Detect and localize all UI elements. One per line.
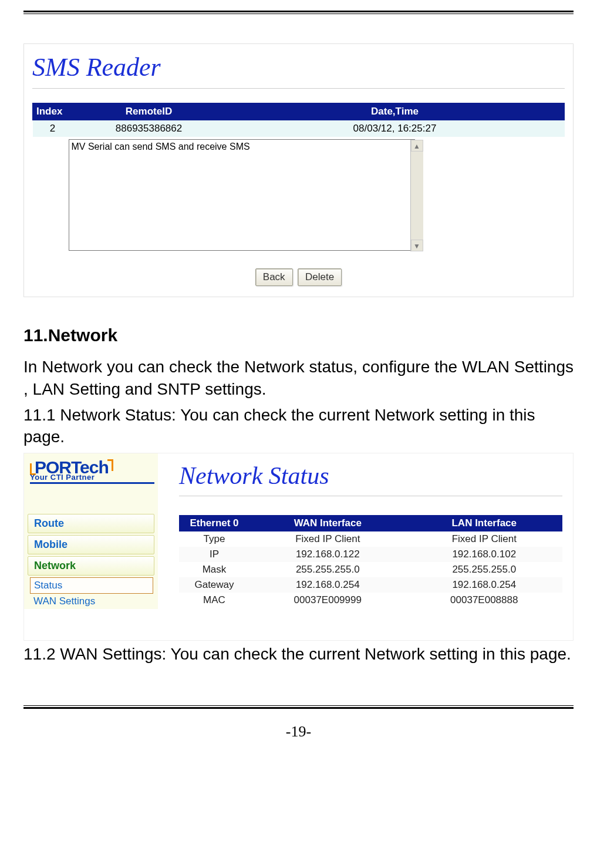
sms-col-remoteid: RemoteID xyxy=(73,103,225,120)
net-label: Mask xyxy=(179,562,249,577)
net-row-type: Type Fixed IP Client Fixed IP Client xyxy=(179,531,562,547)
logo-subtitle: Your CTI Partner xyxy=(30,474,154,484)
sms-cell-remote: 886935386862 xyxy=(73,120,225,137)
bottom-rule xyxy=(23,705,574,709)
net-val-lan: 00037E008888 xyxy=(406,593,563,608)
net-row-mac: MAC 00037E009999 00037E008888 xyxy=(179,593,562,608)
net-val-wan: 192.168.0.254 xyxy=(249,577,406,593)
scroll-up-icon[interactable]: ▲ xyxy=(411,140,423,152)
sms-table: Index RemoteID Date,Time 2 886935386862 … xyxy=(32,103,565,253)
sms-col-index: Index xyxy=(33,103,73,120)
sms-message-wrap: ▲ ▼ xyxy=(60,139,424,251)
section-heading: 11.Network xyxy=(23,325,574,345)
net-val-lan: 192.168.0.102 xyxy=(406,547,563,562)
net-col-wan: WAN Interface xyxy=(249,515,406,531)
sidebar: PORTech Your CTI Partner Route Mobile Ne… xyxy=(24,453,158,609)
section-11-1-text: 11.1 Network Status: You can check the c… xyxy=(23,406,535,446)
back-button[interactable]: Back xyxy=(255,268,293,286)
sms-col-datetime: Date,Time xyxy=(225,103,565,120)
menu-route[interactable]: Route xyxy=(28,514,154,533)
scroll-down-icon[interactable]: ▼ xyxy=(411,240,423,251)
network-main: Network Status Ethernet 0 WAN Interface … xyxy=(158,453,573,608)
net-label: MAC xyxy=(179,593,249,608)
net-val-lan: 192.168.0.254 xyxy=(406,577,563,593)
net-label: IP xyxy=(179,547,249,562)
top-rule xyxy=(23,11,574,14)
network-status-block: PORTech Your CTI Partner Route Mobile Ne… xyxy=(23,453,574,641)
network-divider xyxy=(179,496,562,496)
delete-button[interactable]: Delete xyxy=(298,268,342,286)
submenu-wan-settings[interactable]: WAN Settings xyxy=(30,594,153,609)
section-11-1: 11.1 Network Status: You can check the c… xyxy=(23,404,574,449)
sms-cell-index: 2 xyxy=(33,120,73,137)
net-label: Type xyxy=(179,531,249,547)
menu-mobile[interactable]: Mobile xyxy=(28,535,154,554)
network-title: Network Status xyxy=(179,462,562,490)
section-intro: In Network you can check the Network sta… xyxy=(23,356,574,401)
net-val-lan: Fixed IP Client xyxy=(406,531,563,547)
net-val-wan: 192.168.0.122 xyxy=(249,547,406,562)
net-val-wan: 255.255.255.0 xyxy=(249,562,406,577)
sms-title: SMS Reader xyxy=(32,52,565,82)
net-row-mask: Mask 255.255.255.0 255.255.255.0 xyxy=(179,562,562,577)
scrollbar[interactable]: ▲ ▼ xyxy=(410,140,423,251)
network-table: Ethernet 0 WAN Interface LAN Interface T… xyxy=(179,515,562,608)
sms-cell-datetime: 08/03/12, 16:25:27 xyxy=(225,120,565,137)
submenu-status[interactable]: Status xyxy=(30,577,153,594)
submenu: Status WAN Settings xyxy=(30,577,153,609)
logo-corner2-icon xyxy=(107,459,113,471)
net-label: Gateway xyxy=(179,577,249,593)
net-val-lan: 255.255.255.0 xyxy=(406,562,563,577)
net-col-eth: Ethernet 0 xyxy=(179,515,249,531)
sms-divider xyxy=(32,88,565,89)
menu-network[interactable]: Network xyxy=(28,556,154,576)
net-val-wan: 00037E009999 xyxy=(249,593,406,608)
sms-row[interactable]: 2 886935386862 08/03/12, 16:25:27 xyxy=(33,120,565,137)
net-row-gateway: Gateway 192.168.0.254 192.168.0.254 xyxy=(179,577,562,593)
section-11-2: 11.2 WAN Settings: You can check the cur… xyxy=(23,643,574,665)
sms-reader-block: SMS Reader Index RemoteID Date,Time 2 88… xyxy=(23,43,574,297)
net-val-wan: Fixed IP Client xyxy=(249,531,406,547)
sms-button-row: Back Delete xyxy=(32,268,565,286)
sms-message-textarea[interactable] xyxy=(69,139,415,251)
portech-logo: PORTech Your CTI Partner xyxy=(26,457,156,484)
page-number: -19- xyxy=(23,723,574,741)
net-col-lan: LAN Interface xyxy=(406,515,563,531)
net-row-ip: IP 192.168.0.122 192.168.0.102 xyxy=(179,547,562,562)
